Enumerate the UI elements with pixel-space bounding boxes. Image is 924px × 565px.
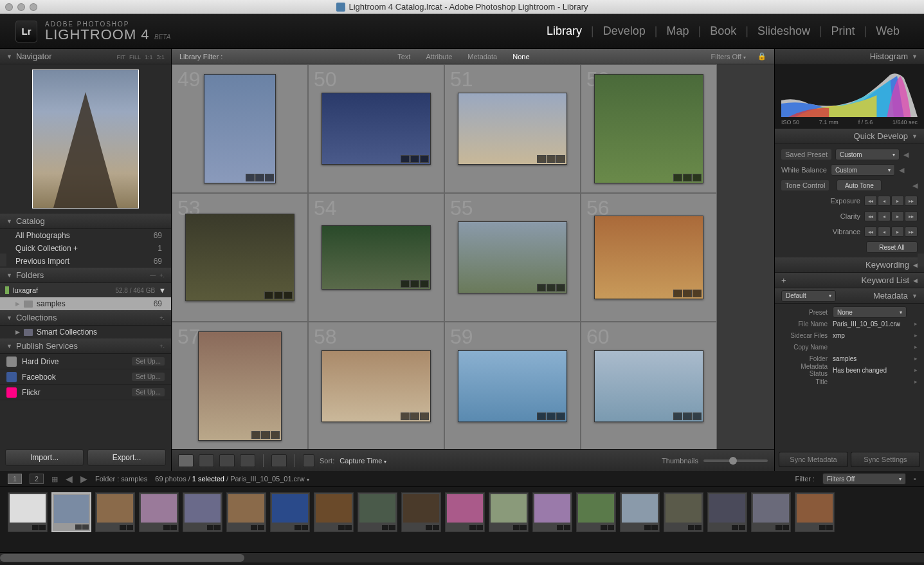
badge-icon[interactable] bbox=[214, 525, 221, 530]
filmstrip-thumb[interactable] bbox=[664, 492, 703, 532]
publish-service-item[interactable]: FlickrSet Up... bbox=[0, 385, 171, 400]
thumbnail-image[interactable] bbox=[458, 93, 567, 165]
plus-icon[interactable]: + bbox=[781, 275, 786, 285]
thumb-badge-icon[interactable] bbox=[693, 412, 702, 420]
filter-tab-none[interactable]: None bbox=[506, 53, 536, 60]
filmstrip-thumb[interactable] bbox=[489, 492, 529, 532]
navigator-preview[interactable] bbox=[0, 64, 171, 214]
sort-dropdown[interactable]: Capture Time ▾ bbox=[340, 457, 386, 465]
painter-icon[interactable] bbox=[271, 454, 287, 467]
publish-plus-icon[interactable]: +. bbox=[159, 343, 165, 349]
monitor-1-button[interactable]: 1 bbox=[8, 474, 22, 484]
thumb-badge-icon[interactable] bbox=[683, 174, 692, 181]
badge-icon[interactable] bbox=[476, 525, 483, 530]
thumb-badge-icon[interactable] bbox=[410, 280, 419, 288]
folder-item[interactable]: ▶samples69 bbox=[0, 297, 171, 310]
module-book[interactable]: Book bbox=[701, 24, 745, 38]
thumb-badge-icon[interactable] bbox=[683, 290, 692, 297]
thumbnail-image[interactable] bbox=[322, 225, 431, 290]
filmstrip-thumb[interactable] bbox=[314, 492, 354, 532]
badge-icon[interactable] bbox=[608, 525, 614, 530]
thumb-badge-icon[interactable] bbox=[537, 155, 546, 163]
close-icon[interactable] bbox=[5, 3, 13, 11]
badge-icon[interactable] bbox=[345, 525, 352, 530]
thumb-badge-icon[interactable] bbox=[693, 174, 702, 181]
filmstrip-thumb[interactable] bbox=[532, 492, 572, 532]
grid-cell[interactable]: 51 bbox=[444, 64, 581, 193]
thumb-badge-icon[interactable] bbox=[274, 292, 283, 299]
publish-service-item[interactable]: Hard DriveSet Up... bbox=[0, 354, 171, 369]
collections-plus-icon[interactable]: +. bbox=[159, 315, 165, 321]
badge-icon[interactable] bbox=[338, 525, 345, 530]
survey-view-icon[interactable] bbox=[240, 454, 255, 467]
reset-all-button[interactable]: Reset All bbox=[866, 241, 918, 253]
filmstrip-thumb[interactable] bbox=[795, 492, 835, 532]
thumb-badge-icon[interactable] bbox=[255, 174, 264, 181]
prev-arrow-icon[interactable]: ◀ bbox=[66, 474, 73, 484]
monitor-2-button[interactable]: 2 bbox=[30, 474, 44, 484]
catalog-item[interactable]: Previous Import69 bbox=[0, 255, 171, 268]
badge-icon[interactable] bbox=[163, 525, 170, 530]
metadata-value[interactable]: samples bbox=[833, 355, 914, 362]
filter-dropdown[interactable]: Filters Off▾ bbox=[822, 473, 906, 485]
thumb-badge-icon[interactable] bbox=[420, 280, 429, 288]
goto-arrow-icon[interactable]: ▸ bbox=[914, 320, 918, 327]
thumbnail-image[interactable] bbox=[185, 214, 294, 301]
thumbnail-image[interactable] bbox=[594, 216, 703, 299]
thumbnail-image[interactable] bbox=[458, 350, 567, 422]
saved-preset-dropdown[interactable]: Custom▾ bbox=[835, 149, 900, 160]
clarity-steppers[interactable]: ◂◂◂▸▸▸ bbox=[864, 211, 918, 221]
filmstrip-thumb[interactable] bbox=[139, 492, 179, 532]
navigator-header[interactable]: ▼ Navigator FITFILL1:13:1 bbox=[0, 49, 171, 64]
export-button[interactable]: Export... bbox=[87, 449, 166, 466]
thumbnail-image[interactable] bbox=[204, 74, 276, 183]
lock-icon[interactable]: 🔒 bbox=[757, 52, 766, 60]
thumb-badge-icon[interactable] bbox=[556, 284, 565, 292]
badge-icon[interactable] bbox=[433, 525, 439, 530]
filmstrip-thumb[interactable] bbox=[751, 492, 791, 532]
metadata-header[interactable]: Default▾ Metadata ▼ bbox=[775, 288, 924, 304]
grid-cell[interactable]: 59 bbox=[444, 322, 581, 449]
thumb-badge-icon[interactable] bbox=[410, 155, 419, 163]
thumb-badge-icon[interactable] bbox=[556, 155, 565, 163]
right-panel-toggle[interactable] bbox=[918, 254, 924, 266]
thumb-badge-icon[interactable] bbox=[673, 174, 682, 181]
thumb-badge-icon[interactable] bbox=[673, 412, 682, 420]
maximize-icon[interactable] bbox=[30, 3, 37, 11]
filmstrip-thumb[interactable] bbox=[445, 492, 485, 532]
filter-tab-text[interactable]: Text bbox=[391, 53, 417, 60]
badge-icon[interactable] bbox=[426, 525, 432, 530]
badge-icon[interactable] bbox=[302, 525, 308, 530]
setup-button[interactable]: Set Up... bbox=[132, 388, 165, 396]
histogram-graph[interactable] bbox=[781, 68, 918, 117]
minimize-icon[interactable] bbox=[17, 3, 25, 11]
badge-icon[interactable] bbox=[644, 525, 651, 530]
badge-icon[interactable] bbox=[82, 524, 89, 530]
badge-icon[interactable] bbox=[127, 525, 133, 530]
publish-header[interactable]: ▼ Publish Services +. bbox=[0, 338, 171, 354]
keywordlist-header[interactable]: + Keyword List ◀ bbox=[775, 273, 924, 288]
thumb-badge-icon[interactable] bbox=[537, 284, 546, 292]
metadata-value[interactable]: xmp bbox=[833, 332, 914, 339]
badge-icon[interactable] bbox=[389, 525, 395, 530]
filmstrip-thumb[interactable] bbox=[576, 492, 616, 532]
grid-cell[interactable]: 58 bbox=[308, 322, 444, 449]
badge-icon[interactable] bbox=[564, 525, 570, 530]
volume-header[interactable]: luxagraf 52.8 / 464 GB ▼ bbox=[0, 283, 171, 297]
thumbnail-image[interactable] bbox=[458, 221, 567, 293]
histogram-header[interactable]: Histogram ▼ bbox=[775, 49, 924, 64]
filmstrip-thumb[interactable] bbox=[183, 492, 222, 532]
filmstrip-thumb[interactable] bbox=[620, 492, 660, 532]
thumb-badge-icon[interactable] bbox=[673, 290, 682, 297]
thumb-badge-icon[interactable] bbox=[251, 431, 260, 439]
badge-icon[interactable] bbox=[739, 525, 745, 530]
chevron-left-icon[interactable]: ◀ bbox=[912, 181, 918, 190]
grid-cell[interactable]: 50 bbox=[308, 64, 444, 193]
goto-arrow-icon[interactable]: ▸ bbox=[914, 332, 918, 338]
collections-header[interactable]: ▼ Collections +. bbox=[0, 310, 171, 326]
thumb-badge-icon[interactable] bbox=[284, 292, 293, 299]
filter-lock-icon[interactable]: ▪ bbox=[914, 475, 916, 483]
thumbnail-image[interactable] bbox=[594, 74, 703, 183]
collection-item[interactable]: ▶ Smart Collections bbox=[0, 326, 171, 338]
badge-icon[interactable] bbox=[819, 525, 826, 530]
